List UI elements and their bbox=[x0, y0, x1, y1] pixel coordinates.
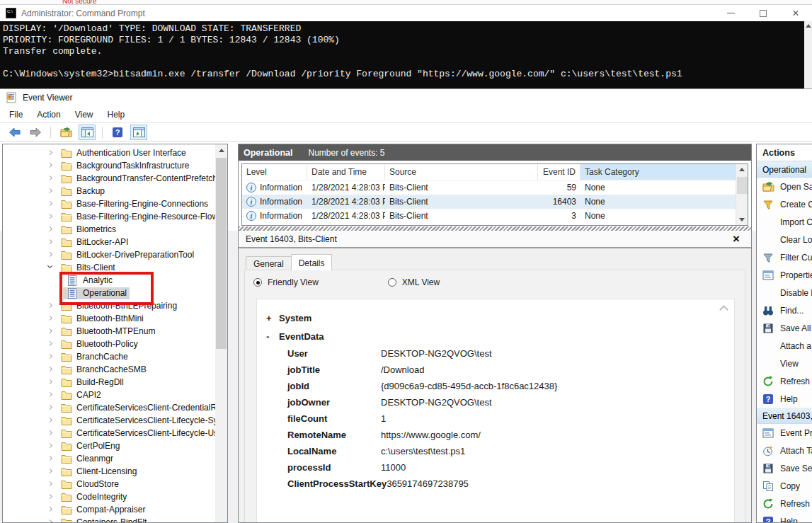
expander-icon[interactable] bbox=[45, 440, 57, 452]
event-viewer-titlebar[interactable]: Event Viewer bbox=[0, 89, 812, 106]
action-item[interactable]: Refresh bbox=[757, 495, 812, 512]
menu-item[interactable]: Action bbox=[30, 110, 67, 120]
tree-item[interactable]: CertificateServicesClient-CredentialRoam… bbox=[3, 401, 215, 414]
tree-item[interactable]: BranchCacheSMB bbox=[3, 363, 215, 376]
tab-general[interactable]: General bbox=[246, 256, 292, 270]
menu-item[interactable]: Help bbox=[101, 110, 132, 120]
tree-item[interactable]: Client-Licensing bbox=[3, 465, 215, 478]
action-item[interactable]: Event Properties bbox=[757, 424, 812, 442]
expander-icon[interactable] bbox=[45, 211, 57, 222]
action-item[interactable]: Create Custom View... bbox=[757, 195, 812, 213]
tree-item[interactable]: BitLocker-API bbox=[3, 236, 215, 248]
action-item[interactable]: Find... bbox=[757, 301, 812, 319]
action-item[interactable]: Open Saved Log... bbox=[757, 178, 812, 195]
column-header-date[interactable]: Date and Time bbox=[307, 164, 385, 180]
scroll-up-icon[interactable] bbox=[739, 168, 745, 171]
events-table-scrollbar[interactable] bbox=[736, 164, 748, 225]
action-item[interactable]: Import Custom View... bbox=[757, 213, 812, 231]
expander-icon[interactable] bbox=[45, 224, 57, 235]
column-header-source[interactable]: Source bbox=[385, 164, 538, 180]
event-row[interactable]: iInformation 1/28/2021 4:28:03 PM Bits-C… bbox=[242, 195, 748, 209]
tree-item[interactable]: Biometrics bbox=[3, 223, 215, 236]
action-item[interactable]: Properties bbox=[757, 266, 812, 284]
help-button[interactable]: ? bbox=[109, 125, 126, 140]
action-item[interactable]: ? Help bbox=[757, 390, 812, 408]
expander-icon[interactable] bbox=[45, 453, 57, 464]
tree-item[interactable]: CloudStore bbox=[3, 478, 215, 490]
close-icon[interactable]: × bbox=[730, 232, 743, 246]
event-row[interactable]: iInformation 1/28/2021 4:28:03 PM Bits-C… bbox=[242, 180, 748, 195]
action-item[interactable]: Attach a Task To this Log... bbox=[757, 337, 812, 355]
scroll-up-icon[interactable] bbox=[215, 144, 227, 156]
tree-item[interactable]: Base-Filtering-Engine-Resource-Flows bbox=[3, 210, 215, 223]
actions-group-operational[interactable]: Operational bbox=[757, 161, 812, 178]
tree-scrollbar[interactable] bbox=[215, 144, 227, 522]
scrollbar-thumb[interactable] bbox=[737, 177, 748, 194]
action-item[interactable]: Save Selected Events... bbox=[757, 459, 812, 477]
tree-item[interactable]: Bluetooth-MTPEnum bbox=[3, 325, 215, 338]
tree-item[interactable]: CertificateServicesClient-Lifecycle-User bbox=[3, 427, 215, 439]
tree-item[interactable]: Authentication User Interface bbox=[3, 146, 215, 159]
expander-icon[interactable] bbox=[45, 517, 57, 522]
expander-icon[interactable] bbox=[45, 504, 57, 515]
expander-icon[interactable] bbox=[45, 427, 57, 439]
maximize-button[interactable] bbox=[747, 5, 779, 21]
eventdata-node[interactable]: - EventData bbox=[266, 327, 734, 345]
action-item[interactable]: Copy bbox=[757, 477, 812, 495]
expander-icon[interactable] bbox=[45, 300, 57, 311]
expander-icon[interactable] bbox=[45, 402, 57, 413]
show-action-pane-button[interactable] bbox=[130, 125, 147, 140]
expander-icon[interactable] bbox=[45, 262, 57, 273]
scroll-down-icon[interactable] bbox=[739, 218, 745, 222]
column-header-event-id[interactable]: Event ID bbox=[538, 164, 581, 180]
tree-item[interactable]: Build-RegDll bbox=[3, 376, 215, 389]
tab-details[interactable]: Details bbox=[291, 254, 333, 270]
expander-icon[interactable] bbox=[45, 338, 57, 350]
tree-item[interactable]: Compat-Appraiser bbox=[3, 503, 215, 516]
tree-item[interactable]: CodeIntegrity bbox=[3, 490, 215, 503]
export-log-button[interactable] bbox=[57, 125, 74, 140]
menu-item[interactable]: View bbox=[68, 110, 101, 120]
expand-icon[interactable]: + bbox=[266, 313, 279, 323]
expander-icon[interactable] bbox=[45, 198, 57, 209]
column-header-task-category[interactable]: Task Category bbox=[581, 164, 748, 180]
action-item[interactable]: Refresh bbox=[757, 372, 812, 390]
action-item[interactable]: Save All Events As... bbox=[757, 319, 812, 337]
expander-icon[interactable] bbox=[45, 351, 57, 362]
expander-icon[interactable] bbox=[45, 326, 57, 337]
expander-icon[interactable] bbox=[45, 173, 57, 184]
expander-icon[interactable] bbox=[45, 364, 57, 375]
column-header-level[interactable]: Level bbox=[242, 164, 307, 180]
xml-view-radio[interactable] bbox=[388, 278, 396, 287]
expander-icon[interactable] bbox=[45, 466, 57, 477]
tree-item[interactable]: CertificateServicesClient-Lifecycle-Syst… bbox=[3, 414, 215, 427]
tree-item[interactable]: Bluetooth-Policy bbox=[3, 338, 215, 350]
close-button[interactable]: × bbox=[779, 5, 812, 21]
expander-icon[interactable] bbox=[45, 249, 57, 260]
tree-item[interactable]: BitLocker-DrivePreparationTool bbox=[3, 248, 215, 261]
friendly-view-radio[interactable] bbox=[253, 278, 262, 287]
expander-icon[interactable] bbox=[45, 377, 57, 388]
expander-icon[interactable] bbox=[45, 415, 57, 426]
expander-icon[interactable] bbox=[45, 478, 57, 490]
expander-icon[interactable] bbox=[45, 185, 57, 197]
tree-item[interactable]: Cleanmgr bbox=[3, 452, 215, 465]
tree-item[interactable]: Backup bbox=[3, 185, 215, 197]
cmd-scrollbar[interactable] bbox=[804, 21, 812, 88]
tree-item[interactable]: BackgroundTaskInfrastructure bbox=[3, 159, 215, 172]
minimize-button[interactable] bbox=[714, 5, 747, 21]
tree-item[interactable]: CertPolEng bbox=[3, 439, 215, 452]
collapse-icon[interactable]: - bbox=[266, 331, 279, 342]
action-item[interactable]: Filter Current Log... bbox=[757, 248, 812, 266]
scroll-up-icon[interactable] bbox=[806, 24, 811, 28]
expander-icon[interactable] bbox=[45, 313, 57, 324]
tree-item[interactable]: Base-Filtering-Engine-Connections bbox=[3, 197, 215, 210]
action-item[interactable]: Attach Task To This Event... bbox=[757, 442, 812, 459]
tree-item[interactable]: BackgroundTransfer-ContentPrefetcher bbox=[3, 172, 215, 185]
tree-item[interactable]: Containers-BindFlt bbox=[3, 516, 215, 522]
expander-icon[interactable] bbox=[45, 389, 57, 401]
expander-icon[interactable] bbox=[45, 160, 57, 171]
cmd-output-area[interactable]: DISPLAY: '/Download' TYPE: DOWNLOAD STAT… bbox=[0, 21, 812, 88]
action-item[interactable]: View bbox=[757, 355, 812, 372]
action-item[interactable]: Disable Log bbox=[757, 284, 812, 301]
